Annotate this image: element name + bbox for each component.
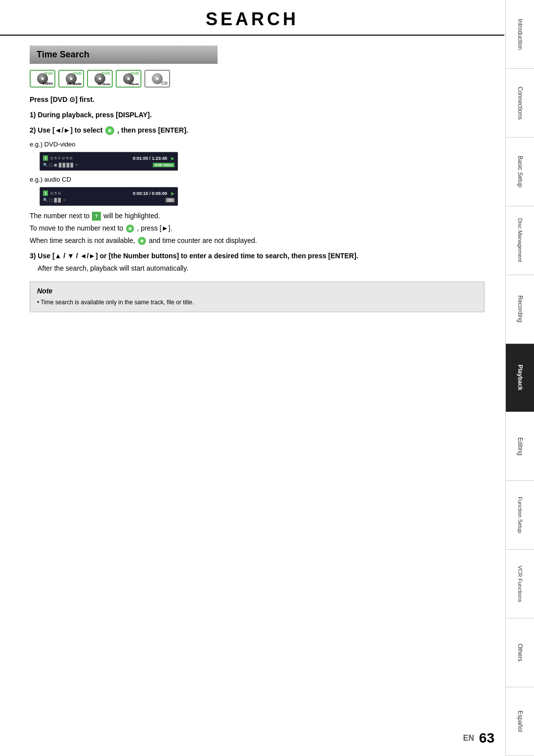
sidebar-item-recording[interactable]: Recording [506,275,534,344]
track-number-icon: T [92,212,101,221]
note-box: Note • Time search is available only in … [30,282,485,312]
highlight-note: The number next to T will be highlighted… [30,211,485,221]
disc-icon-dvd-video: DVD Video [30,70,55,88]
page-title: SEARCH [206,9,299,29]
move-icon [126,225,134,233]
step2-instruction: 2) Use [◄/►] to select , then press [ENT… [30,125,485,136]
note-text: • Time search is available only in the s… [37,298,477,307]
sidebar-item-vcr-functions[interactable]: VCR Functions [506,550,534,618]
disc-icon-dvd-vr: DVD VR Mode [58,70,84,88]
page-title-bar: SEARCH [0,0,504,36]
screen-mockup-cd: 1 1/ 5 G 0:00:15 / 0:05:00 ▶ 🔍 ▢ █ █ ◾ C… [40,187,178,206]
en-label: EN [463,734,474,743]
main-content: Time Search DVD Video DVD VR Mode DVD VR… [0,36,504,332]
screen-row2-cd: 🔍 ▢ █ █ ◾ CD [43,197,175,203]
when-icon [138,237,146,245]
cd-badge: CD [166,198,175,202]
step2-text: 2) Use [◄/►] to select , then press [ENT… [30,125,485,136]
screen-mockup-dvd: 1 1/ 5 C 1/ 5 G 0:01:00 / 1:23:45 ▶ 🔍 ▢ … [40,152,178,171]
time-search-icon [105,126,114,135]
sidebar-item-others[interactable]: Others [506,618,534,687]
right-sidebar: Introduction Connections Basic Setup Dis… [505,0,534,756]
press-first-instruction: Press [DVD ⊙] first. [30,94,485,105]
page-number: 63 [479,730,494,746]
sidebar-item-connections[interactable]: Connections [506,69,534,138]
example-cd-block: e.g.) audio CD 1 1/ 5 G 0:00:15 / 0:05:0… [30,176,485,206]
disc-icon-dvd-videomode1: DVD VR Mode [87,70,113,88]
example-dvd-block: e.g.) DVD-video 1 1/ 5 C 1/ 5 G 0:01:00 … [30,141,485,171]
sidebar-item-basic-setup[interactable]: Basic Setup [506,138,534,206]
screen-time-cd: 0:00:15 / 0:05:00 [133,191,167,196]
screen-info-cd: 1/ 5 G [50,191,61,195]
step3-text: 3) Use [▲ / ▼ / ◄/►] or [the Number butt… [30,251,485,261]
step3-after: After the search, playback will start au… [38,263,485,274]
section-title: Time Search [37,49,89,59]
disc-icon-dvd-videomode2: DVD VMode [116,70,141,88]
press-dvd-first: Press [DVD ⊙] first. [30,94,485,105]
step1-text: 1) During playback, press [DISPLAY]. [30,110,485,120]
sidebar-item-playback[interactable]: Playback [506,344,534,413]
sidebar-item-espanol[interactable]: Español [506,687,534,756]
screen-row1-dvd: 1 1/ 5 C 1/ 5 G 0:01:00 / 1:23:45 ▶ [43,154,175,162]
example-cd-label: e.g.) audio CD [30,176,485,183]
example-dvd-label: e.g.) DVD-video [30,141,485,148]
page-number-bar: EN 63 [463,730,494,746]
screen-row1-cd: 1 1/ 5 G 0:00:15 / 0:05:00 ▶ [43,189,175,197]
screen-controls-dvd: 🔍 ▢ ◼ █ █ █ █ ◾ [43,163,79,167]
screen-time-dvd: 0:01:00 / 1:23:45 [133,156,167,161]
sidebar-item-introduction[interactable]: Introduction [506,0,534,69]
step1-instruction: 1) During playback, press [DISPLAY]. [30,110,485,120]
sidebar-item-function-setup[interactable]: Function Setup [506,481,534,550]
screen-controls-cd: 🔍 ▢ █ █ ◾ [43,198,67,202]
move-note: To move to the number next to , press [►… [30,223,485,234]
screen-row2-dvd: 🔍 ▢ ◼ █ █ █ █ ◾ DVD Video [43,162,175,168]
sidebar-item-disc-management[interactable]: Disc Management [506,206,534,275]
highlight-note-block: The number next to T will be highlighted… [30,211,485,246]
disc-icon-cd: CD [144,70,170,88]
sidebar-item-editing[interactable]: Editing [506,412,534,481]
screen-arrow-cd: ▶ [171,191,175,196]
track-badge-cd: 1 [43,190,48,196]
note-title: Note [37,287,477,295]
screen-info-dvd: 1/ 5 C 1/ 5 G [50,156,72,160]
when-note: When time search is not available, and t… [30,236,485,246]
section-header: Time Search [30,46,218,64]
step3-instruction: 3) Use [▲ / ▼ / ◄/►] or [the Number butt… [30,251,485,274]
disc-icons-row: DVD Video DVD VR Mode DVD VR Mode DVD VM… [30,70,485,88]
screen-arrow-dvd: ▶ [171,156,175,161]
dvd-video-badge: DVD Video [153,163,175,167]
track-badge-dvd: 1 [43,155,48,161]
